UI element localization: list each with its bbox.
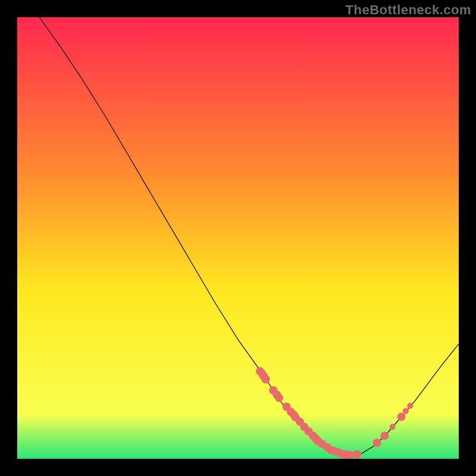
data-point: [397, 413, 406, 421]
data-point: [380, 431, 389, 440]
data-point: [275, 394, 283, 402]
chart-container: TheBottleneck.com: [0, 0, 476, 476]
data-point: [262, 375, 270, 383]
watermark-text: TheBottleneck.com: [346, 2, 471, 18]
data-point: [390, 424, 396, 430]
data-point: [373, 439, 381, 447]
data-point: [407, 403, 413, 409]
plot-area: [17, 17, 459, 459]
data-point: [353, 450, 361, 459]
chart-svg: [17, 17, 459, 459]
data-point: [403, 408, 409, 414]
svg-rect-0: [17, 17, 459, 459]
